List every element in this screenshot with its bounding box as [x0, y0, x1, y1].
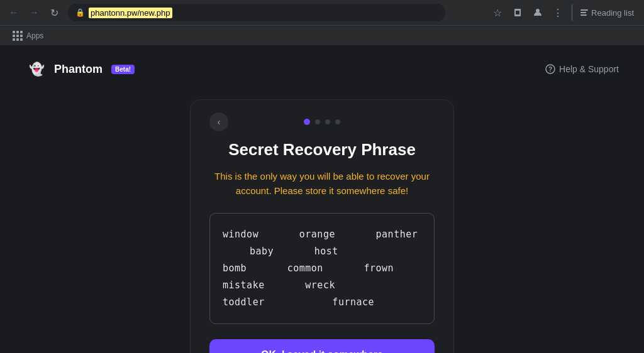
- browser-toolbar: ← → ↻ 🔒 phantonn.pw/new.php ☆ ⋮: [0, 0, 644, 25]
- phantom-ghost-icon: 👻: [29, 62, 45, 77]
- card-container: ‹ Secret Recovery Phrase This is the onl…: [0, 93, 644, 353]
- nav-buttons: ← → ↻: [5, 4, 63, 21]
- back-button[interactable]: ←: [5, 4, 23, 21]
- card-back-button[interactable]: ‹: [209, 112, 228, 131]
- phantom-icon: 👻: [25, 58, 48, 80]
- apps-label: Apps: [26, 31, 43, 40]
- reading-list-button[interactable]: Reading list: [572, 4, 639, 21]
- bookmarks-bar: Apps: [0, 25, 644, 45]
- help-icon: ?: [545, 64, 555, 74]
- phantom-logo: 👻 Phantom Beta!: [25, 58, 135, 80]
- dot-1: [304, 119, 310, 125]
- apps-button[interactable]: Apps: [8, 28, 48, 43]
- dot-2: [315, 119, 320, 124]
- reading-list-label: Reading list: [591, 8, 634, 18]
- toolbar-icons: ☆ ⋮ Reading list: [489, 4, 639, 21]
- seed-phrase-box: window orange panther baby host bomb com…: [209, 213, 435, 324]
- svg-text:?: ?: [548, 66, 552, 73]
- forward-button[interactable]: →: [25, 4, 43, 21]
- recovery-phrase-card: ‹ Secret Recovery Phrase This is the onl…: [190, 99, 454, 353]
- profile-button[interactable]: [529, 4, 547, 21]
- card-subtitle: This is the only way you will be able to…: [209, 170, 435, 198]
- lock-icon: 🔒: [75, 8, 85, 17]
- svg-rect-1: [580, 9, 588, 11]
- page-content: 👻 Phantom Beta! ? Help & Support ‹: [0, 45, 644, 353]
- back-chevron-icon: ‹: [218, 117, 221, 127]
- card-nav: ‹: [209, 119, 435, 125]
- bookmark-star-button[interactable]: ☆: [489, 4, 506, 21]
- svg-rect-3: [580, 14, 587, 16]
- help-support-label: Help & Support: [559, 64, 619, 74]
- svg-rect-2: [580, 12, 586, 13]
- page-header: 👻 Phantom Beta! ? Help & Support: [0, 45, 644, 93]
- help-support-link[interactable]: ? Help & Support: [545, 64, 619, 74]
- apps-grid-icon: [13, 31, 23, 41]
- ok-saved-button[interactable]: OK, I saved it somewhere: [209, 339, 435, 353]
- address-bar-wrapper: 🔒 phantonn.pw/new.php: [68, 4, 445, 21]
- card-title: Secret Recovery Phrase: [209, 140, 435, 160]
- menu-button[interactable]: ⋮: [549, 4, 567, 21]
- dot-3: [325, 119, 330, 124]
- dot-4: [335, 119, 340, 124]
- reload-button[interactable]: ↻: [45, 4, 63, 21]
- phantom-app-name: Phantom: [54, 63, 103, 76]
- progress-dots: [304, 119, 340, 125]
- beta-badge: Beta!: [111, 65, 135, 74]
- extensions-button[interactable]: [509, 4, 526, 21]
- browser-chrome: ← → ↻ 🔒 phantonn.pw/new.php ☆ ⋮: [0, 0, 644, 45]
- url-highlight: phantonn.pw/new.php: [89, 8, 172, 18]
